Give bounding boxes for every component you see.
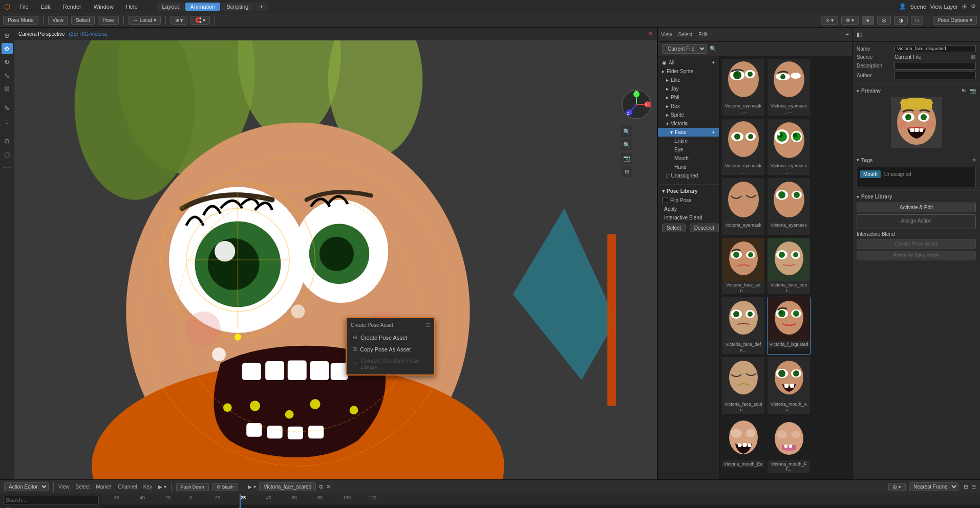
nav-face[interactable]: ▾ Face + (658, 128, 719, 137)
tab-layout[interactable]: Layout (157, 3, 184, 11)
pose-library-header[interactable]: ▾ Pose Library (658, 187, 719, 195)
asset-item-1[interactable]: Victoria_eyemask_... (767, 58, 811, 116)
asset-item-0[interactable]: Victoria_eyemask_... (721, 58, 765, 116)
tags-add-icon[interactable]: + (972, 157, 976, 164)
menu-file[interactable]: File (16, 3, 32, 11)
tool-rotate[interactable]: ↻ (2, 56, 13, 68)
nav-all[interactable]: ◉ All + (658, 58, 719, 67)
zoom-out-btn[interactable]: 🔍 (621, 126, 632, 137)
filter-btn[interactable]: ⊞ ▾ (888, 483, 906, 491)
asset-item-13[interactable]: Victoria_mouth_Ff... (767, 416, 811, 474)
ae-channel-btn[interactable]: Channel (118, 484, 137, 490)
popup-menu-icon[interactable]: ☰ (425, 322, 430, 328)
asset-item-6[interactable]: Victoria_face_ann... (721, 237, 765, 295)
asset-item-12[interactable]: Victoria_mouth_Ee (721, 416, 765, 474)
interactive-blend-btn[interactable]: Interactive Blend (658, 213, 719, 222)
add-asset-btn[interactable]: + (845, 31, 849, 38)
asset-edit-btn[interactable]: Edit (698, 32, 707, 37)
zoom-in-btn[interactable]: 🔍 (621, 139, 632, 150)
transform-dropdown[interactable]: ↔ Local ▾ (129, 16, 161, 25)
name-input[interactable] (894, 45, 976, 52)
tool-annotate[interactable]: ✎ (2, 102, 13, 114)
nav-elder-sprite[interactable]: ▸ Elder Sprite (658, 67, 719, 76)
tool-relax[interactable]: ◌ (2, 148, 13, 160)
viewport-shading-rendered[interactable]: ◑ (894, 16, 908, 25)
asset-item-14[interactable]: Victoria_mouth_Mm... (721, 476, 765, 479)
action-name-display[interactable]: Victoria_face_scared (259, 482, 316, 491)
tool-cursor[interactable]: ⊕ (2, 30, 13, 41)
push-down-btn[interactable]: Push Down (176, 483, 209, 491)
activate-edit-btn[interactable]: Activate & Edit (857, 203, 976, 212)
asset-source-dropdown[interactable]: Current File (662, 44, 707, 54)
menu-help[interactable]: Help (123, 3, 141, 11)
paste-new-asset-btn[interactable]: Paste As New Asset (857, 251, 976, 260)
mode-dropdown[interactable]: Pose Mode (3, 16, 38, 25)
apply-btn[interactable]: Apply (658, 205, 719, 213)
author-input[interactable] (894, 72, 976, 79)
mouth-tag[interactable]: Mouth (860, 170, 881, 178)
asset-item-10[interactable]: Victoria_face_squin... (721, 357, 765, 414)
asset-item-9[interactable]: Victoria_f_isgusted (767, 297, 811, 355)
nearest-frame-dropdown[interactable]: Nearest Frame (909, 482, 958, 491)
tool-move[interactable]: ✥ (2, 43, 13, 54)
preview-camera-icon[interactable]: 📷 (970, 88, 976, 94)
tool-transform[interactable]: ⊞ (2, 83, 13, 94)
nav-add-icon[interactable]: + (712, 60, 715, 65)
snap-btn[interactable]: 🧲 ▾ (190, 16, 210, 25)
menu-edit[interactable]: Edit (38, 3, 54, 11)
preview-reload-icon[interactable]: ↻ (962, 88, 966, 94)
ae-copy-icon[interactable]: ⧉ (319, 483, 323, 490)
asset-item-2[interactable]: Victoria_eyemask_... (721, 118, 765, 176)
frame-btn[interactable]: ⊞ (621, 166, 632, 177)
fly-camera-btn[interactable]: 📷 (621, 152, 632, 164)
gizmo-btn[interactable]: ✥ ▾ (841, 16, 859, 25)
scene-name[interactable]: Scene (910, 4, 926, 10)
tab-animation[interactable]: Animation (185, 3, 221, 11)
filter-icon[interactable]: ⊞ (962, 3, 967, 10)
nav-phil[interactable]: ▸ Phil (658, 93, 719, 102)
nav-face-add[interactable]: + (712, 129, 715, 135)
ae-key-btn[interactable]: Key (143, 484, 152, 490)
deselect-btn[interactable]: Deselect (690, 224, 719, 232)
nav-unassigned[interactable]: □ Unassigned (658, 171, 719, 180)
tool-scale[interactable]: ⤡ (2, 70, 13, 81)
view-layer-label[interactable]: View Layer (930, 4, 958, 10)
overlay-btn[interactable]: ⊙ ▾ (821, 16, 838, 25)
menu-window[interactable]: Window (91, 3, 117, 11)
popup-item-1[interactable]: ⧉ Copy Pose As Asset (347, 343, 434, 355)
asset-select-btn[interactable]: Select (678, 32, 693, 37)
view-btn[interactable]: View (48, 16, 69, 25)
timeline-expand-icon[interactable]: ↔ (5, 504, 11, 508)
nav-hand[interactable]: Hand (658, 163, 719, 171)
nav-ellie[interactable]: ▸ Ellie (658, 76, 719, 84)
x-close-icon[interactable]: ✕ (648, 30, 653, 37)
pivot-btn[interactable]: ⊕ ▾ (171, 16, 188, 25)
asset-item-11[interactable]: Victoria_mouth_Aa... (767, 357, 811, 414)
nav-gizmo[interactable]: X Y Z (621, 89, 652, 120)
menu-render[interactable]: Render (60, 3, 84, 11)
viewport-shading-solid[interactable]: ● (862, 16, 874, 25)
select-btn-pose[interactable]: Select (662, 224, 686, 232)
asset-item-7[interactable]: Victoria_face_cont... (767, 237, 811, 295)
viewport-shading-wire[interactable]: □ (911, 16, 923, 25)
tool-measure[interactable]: ↕ (2, 116, 13, 127)
asset-item-15[interactable]: Victoria_mouth_Oo... (767, 476, 811, 479)
tags-header[interactable]: ▾ Tags + (857, 157, 976, 164)
nav-sprite[interactable]: ▸ Sprite (658, 111, 719, 119)
stash-btn[interactable]: ⚙ Stash (212, 483, 239, 491)
viewport[interactable]: Camera Perspective (25) RIG-Victoria ✕ (14, 28, 657, 479)
flip-pose-checkbox[interactable] (662, 197, 668, 203)
nav-eye[interactable]: Eye (658, 145, 719, 154)
asset-item-4[interactable]: Victoria_eyemask_... (721, 178, 765, 235)
nav-victoria[interactable]: ▾ Victoria (658, 119, 719, 128)
timeline-search-input[interactable] (3, 496, 99, 504)
preview-header[interactable]: ▾ Preview ↻ 📷 (857, 88, 976, 94)
tab-add[interactable]: + (254, 3, 268, 11)
ae-view-btn[interactable]: View (58, 484, 70, 490)
ae-x-icon[interactable]: ✕ (326, 483, 331, 490)
asset-item-8[interactable]: Victoria_face_defa... (721, 297, 765, 355)
nav-entire[interactable]: Entire (658, 137, 719, 145)
create-pose-asset-btn[interactable]: Create Pose Asset (857, 239, 976, 249)
pose-btn[interactable]: Pose (98, 16, 119, 25)
asset-item-5[interactable]: Victoria_eyemask_... (767, 178, 811, 235)
